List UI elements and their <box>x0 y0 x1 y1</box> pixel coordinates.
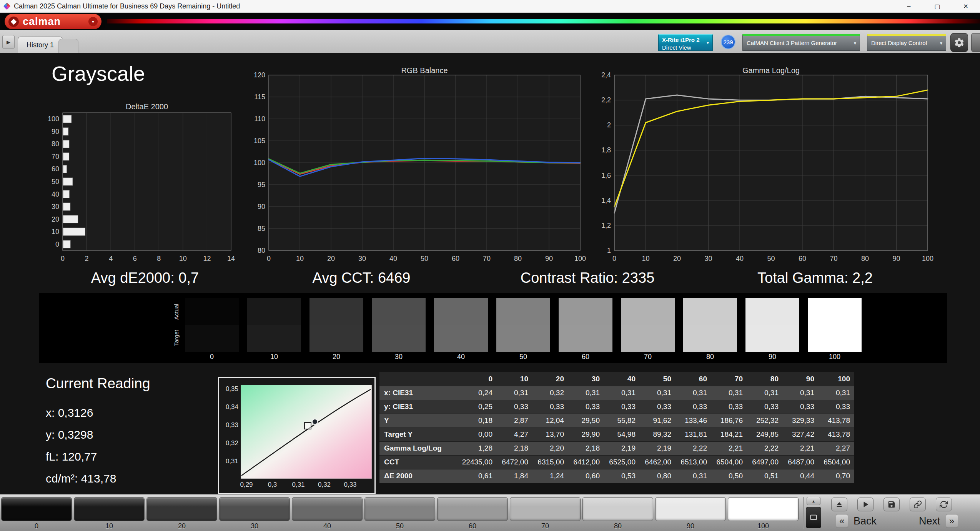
gray-level-button-70[interactable] <box>510 497 581 521</box>
table-row: x: CIE310,240,310,320,310,310,310,310,31… <box>379 386 854 400</box>
gray-level-button-20[interactable] <box>146 497 217 521</box>
eject-button[interactable] <box>831 498 847 511</box>
chevron-down-icon: ▼ <box>706 40 710 45</box>
svg-text:70: 70 <box>52 153 59 160</box>
gray-level-label: 40 <box>292 522 363 530</box>
expand-up-button[interactable]: ▲ <box>807 497 820 505</box>
divider <box>803 497 804 529</box>
table-cell: 2,18 <box>568 441 604 455</box>
play-button[interactable] <box>857 498 874 511</box>
table-cell: 327,42 <box>782 427 818 441</box>
calman-app: Calman 2025 Calman Ultimate for Business… <box>0 0 980 531</box>
gray-level-button-100[interactable] <box>728 497 799 521</box>
meter-name: X-Rite i1Pro 2 <box>662 36 704 44</box>
table-cell: 12,04 <box>532 414 568 427</box>
title-bar: Calman 2025 Calman Ultimate for Business… <box>0 0 980 13</box>
table-cell: 2,21 <box>711 441 747 455</box>
save-button[interactable] <box>883 498 900 511</box>
page-title: Grayscale <box>52 62 145 85</box>
deltae-bar <box>63 228 85 235</box>
gray-level-button-80[interactable] <box>582 497 653 521</box>
deltae-bar <box>63 203 70 210</box>
gray-level-button-0[interactable] <box>1 497 72 521</box>
rgb-balance-chart: 8085909510010511011512001020304050607080… <box>242 65 588 266</box>
table-cell: 13,70 <box>532 427 568 441</box>
svg-text:50: 50 <box>52 178 59 185</box>
deltae-bar <box>63 215 78 223</box>
display-control-dropdown[interactable]: Direct Display Control ▼ <box>867 34 946 51</box>
table-row: Gamma Log/Log1,282,182,202,182,192,192,2… <box>379 441 854 455</box>
svg-text:2: 2 <box>607 121 611 129</box>
gray-level-button-60[interactable] <box>437 497 508 521</box>
cie-chromaticity-chart: 0,350,340,330,320,310,290,30,310,320,33 <box>218 377 376 494</box>
window-title: Calman 2025 Calman Ultimate for Business… <box>14 2 240 10</box>
history-panel-toggle-button[interactable]: ▶ <box>2 35 15 49</box>
next-button[interactable]: Next » <box>919 513 958 529</box>
pattern-window-icon <box>809 513 819 522</box>
gray-level-button-40[interactable] <box>292 497 363 521</box>
table-cell: 91,62 <box>639 414 675 427</box>
svg-text:100: 100 <box>922 255 933 262</box>
table-row: Target Y0,004,2713,7029,9054,9889,32131,… <box>379 427 854 441</box>
gray-level-button-30[interactable] <box>219 497 290 521</box>
link-button[interactable] <box>910 498 926 511</box>
table-cell: 0,53 <box>604 469 639 483</box>
calman-menu-button[interactable]: calman ▼ <box>5 14 101 29</box>
svg-text:100: 100 <box>574 255 586 262</box>
back-button[interactable]: « Back <box>836 513 877 529</box>
svg-text:105: 105 <box>254 137 265 145</box>
tab-new[interactable] <box>58 39 78 53</box>
table-cell: 0,31 <box>782 386 818 400</box>
svg-text:30: 30 <box>358 255 366 262</box>
maximize-button[interactable]: ▢ <box>923 0 952 12</box>
table-cell: 2,87 <box>496 414 532 427</box>
toolbar-overflow-button[interactable] <box>971 33 980 52</box>
table-cell: 29,90 <box>568 427 604 441</box>
svg-text:1,2: 1,2 <box>601 222 611 229</box>
play-icon <box>861 500 870 509</box>
grayscale-swatch-60 <box>559 298 612 352</box>
svg-text:10: 10 <box>296 255 304 262</box>
deltae-bar <box>63 153 69 160</box>
settings-gear-button[interactable] <box>950 33 968 52</box>
svg-text:80: 80 <box>258 247 265 254</box>
svg-text:1: 1 <box>607 247 611 254</box>
table-cell: 0,33 <box>568 400 604 414</box>
stat-contrast-ratio: Contrast Ratio: 2335 <box>521 270 655 286</box>
svg-text:50: 50 <box>767 255 775 262</box>
swatch-label: 10 <box>247 353 301 361</box>
svg-text:10: 10 <box>179 255 187 262</box>
cie-ytick: 0,32 <box>219 439 238 447</box>
row-label: x: CIE31 <box>379 386 461 400</box>
meter-dropdown[interactable]: X-Rite i1Pro 2 Direct View ▼ <box>658 34 713 51</box>
gray-level-button-50[interactable] <box>364 497 435 521</box>
table-cell: 6513,00 <box>675 455 711 469</box>
chevron-down-icon: ▼ <box>939 41 943 46</box>
table-cell: 0,33 <box>782 400 818 414</box>
refresh-button[interactable] <box>936 498 952 511</box>
row-label: Gamma Log/Log <box>379 441 461 455</box>
minimize-button[interactable]: – <box>895 0 923 12</box>
swatch-label: 30 <box>372 353 426 361</box>
table-row: y: CIE310,250,330,330,330,330,330,330,33… <box>379 400 854 414</box>
svg-text:90: 90 <box>258 203 265 210</box>
table-cell: 0,80 <box>639 469 675 483</box>
tab-history-1[interactable]: History 1 <box>18 37 63 53</box>
swatch-label: 20 <box>309 353 363 361</box>
table-cell: 0,33 <box>818 400 854 414</box>
row-label: Target Y <box>379 427 461 441</box>
grayscale-swatch-30 <box>372 298 426 352</box>
pattern-window-button[interactable] <box>806 507 821 528</box>
meter-profile-badge[interactable]: 239 <box>721 35 735 49</box>
table-cell: 1,24 <box>532 469 568 483</box>
gray-level-button-10[interactable] <box>74 497 145 521</box>
table-cell: 133,46 <box>675 414 711 427</box>
app-icon <box>3 2 10 10</box>
pattern-generator-dropdown[interactable]: CalMAN Client 3 Pattern Generator ▼ <box>742 34 860 51</box>
table-cell: 22435,00 <box>461 455 496 469</box>
gray-level-button-90[interactable] <box>655 497 726 521</box>
close-button[interactable]: ✕ <box>952 0 980 12</box>
svg-text:2: 2 <box>85 255 89 262</box>
gray-level-label: 20 <box>146 522 217 530</box>
table-cell: 249,85 <box>747 427 782 441</box>
